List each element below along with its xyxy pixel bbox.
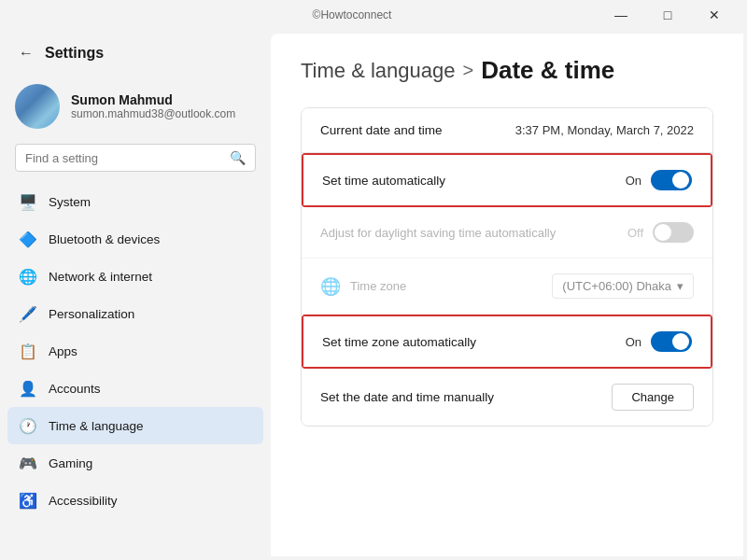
breadcrumb-parent: Time & language bbox=[301, 59, 456, 83]
timezone-label: Time zone bbox=[350, 279, 406, 293]
settings-section: Current date and time 3:37 PM, Monday, M… bbox=[301, 107, 713, 427]
sidebar-item-label: Apps bbox=[49, 344, 78, 358]
user-name: Sumon Mahmud bbox=[71, 92, 235, 107]
sidebar-item-label: Bluetooth & devices bbox=[49, 232, 160, 246]
set-time-auto-toggle[interactable] bbox=[651, 170, 692, 190]
sidebar-item-label: System bbox=[49, 195, 91, 209]
toggle-knob bbox=[672, 333, 689, 350]
sidebar-item-label: Gaming bbox=[49, 456, 92, 470]
globe-icon: 🌐 bbox=[320, 276, 341, 297]
set-timezone-auto-toggle[interactable] bbox=[651, 331, 692, 352]
toggle-slider bbox=[653, 222, 694, 243]
set-timezone-auto-right: On bbox=[626, 331, 692, 352]
set-time-auto-status: On bbox=[626, 174, 641, 188]
manual-datetime-row: Set the date and time manually Change bbox=[302, 369, 712, 426]
sidebar-item-accessibility[interactable]: ♿ Accessibility bbox=[7, 482, 263, 519]
user-email: sumon.mahmud38@outlook.com bbox=[71, 107, 235, 120]
current-datetime-label: Current date and time bbox=[320, 123, 443, 137]
search-input[interactable] bbox=[25, 151, 222, 165]
timezone-row: 🌐 Time zone (UTC+06:00) Dhaka ▾ bbox=[302, 259, 712, 315]
minimize-button[interactable]: — bbox=[599, 0, 642, 30]
sidebar-header: ← Settings bbox=[0, 30, 271, 73]
bluetooth-icon: 🔷 bbox=[19, 230, 37, 248]
search-icon: 🔍 bbox=[230, 150, 246, 165]
search-box[interactable]: 🔍 bbox=[15, 144, 256, 172]
sidebar-item-label: Time & language bbox=[49, 419, 144, 433]
daylight-saving-status: Off bbox=[627, 226, 643, 240]
sidebar-title: Settings bbox=[45, 45, 104, 62]
daylight-saving-toggle bbox=[653, 222, 694, 243]
title-bar: ©Howtoconnect — □ ✕ bbox=[0, 0, 747, 30]
toggle-slider bbox=[651, 331, 692, 352]
breadcrumb: Time & language > Date & time bbox=[301, 56, 713, 85]
avatar bbox=[15, 84, 60, 129]
chevron-down-icon: ▾ bbox=[677, 279, 684, 293]
toggle-knob bbox=[655, 224, 671, 241]
sidebar-item-personalization[interactable]: 🖊️ Personalization bbox=[7, 295, 263, 332]
app-container: ← Settings Sumon Mahmud sumon.mahmud38@o… bbox=[0, 30, 747, 560]
current-datetime-value: 3:37 PM, Monday, March 7, 2022 bbox=[515, 123, 694, 137]
sidebar-item-label: Accessibility bbox=[49, 494, 118, 508]
breadcrumb-current: Date & time bbox=[481, 56, 614, 85]
sidebar-item-label: Personalization bbox=[49, 307, 134, 321]
timezone-row-left: 🌐 Time zone bbox=[320, 276, 406, 297]
manual-datetime-label: Set the date and time manually bbox=[320, 390, 494, 404]
gaming-icon: 🎮 bbox=[19, 454, 37, 472]
nav-list: 🖥️ System 🔷 Bluetooth & devices 🌐 Networ… bbox=[0, 183, 271, 560]
toggle-knob bbox=[672, 172, 689, 189]
sidebar-item-apps[interactable]: 📋 Apps bbox=[7, 332, 263, 370]
sidebar-item-label: Accounts bbox=[49, 382, 101, 396]
maximize-button[interactable]: □ bbox=[646, 0, 689, 30]
sidebar: ← Settings Sumon Mahmud sumon.mahmud38@o… bbox=[0, 30, 271, 560]
set-timezone-auto-status: On bbox=[626, 335, 641, 349]
set-time-auto-right: On bbox=[626, 170, 692, 190]
set-timezone-auto-label: Set time zone automatically bbox=[322, 335, 476, 349]
set-time-auto-row: Set time automatically On bbox=[303, 155, 711, 205]
close-button[interactable]: ✕ bbox=[693, 0, 736, 30]
main-content: Time & language > Date & time Current da… bbox=[271, 34, 743, 556]
current-datetime-row: Current date and time 3:37 PM, Monday, M… bbox=[302, 108, 712, 153]
network-icon: 🌐 bbox=[19, 267, 37, 286]
window-controls: — □ ✕ bbox=[599, 0, 736, 30]
daylight-saving-label: Adjust for daylight saving time automati… bbox=[320, 226, 556, 240]
sidebar-item-accounts[interactable]: 👤 Accounts bbox=[7, 370, 263, 407]
toggle-slider bbox=[651, 170, 692, 190]
avatar-image bbox=[15, 84, 60, 129]
sidebar-item-label: Network & internet bbox=[49, 270, 152, 284]
time-icon: 🕐 bbox=[19, 416, 37, 435]
user-info: Sumon Mahmud sumon.mahmud38@outlook.com bbox=[71, 92, 235, 120]
user-profile[interactable]: Sumon Mahmud sumon.mahmud38@outlook.com bbox=[0, 73, 271, 144]
back-button[interactable]: ← bbox=[15, 41, 37, 65]
daylight-saving-row: Adjust for daylight saving time automati… bbox=[302, 207, 712, 259]
daylight-saving-right: Off bbox=[627, 222, 694, 243]
timezone-value: (UTC+06:00) Dhaka bbox=[562, 279, 671, 293]
set-time-auto-highlight: Set time automatically On bbox=[302, 153, 712, 207]
personalization-icon: 🖊️ bbox=[19, 304, 37, 323]
sidebar-item-network[interactable]: 🌐 Network & internet bbox=[7, 258, 263, 295]
system-icon: 🖥️ bbox=[19, 192, 37, 211]
breadcrumb-arrow: > bbox=[463, 60, 474, 81]
sidebar-item-time[interactable]: 🕐 Time & language bbox=[7, 407, 263, 444]
watermark: ©Howtoconnect bbox=[313, 8, 392, 21]
accounts-icon: 👤 bbox=[19, 379, 37, 398]
set-timezone-auto-row: Set time zone automatically On bbox=[303, 316, 711, 367]
set-time-auto-label: Set time automatically bbox=[322, 174, 445, 188]
sidebar-item-bluetooth[interactable]: 🔷 Bluetooth & devices bbox=[7, 220, 263, 258]
timezone-dropdown: (UTC+06:00) Dhaka ▾ bbox=[552, 273, 694, 299]
apps-icon: 📋 bbox=[19, 342, 37, 360]
change-button[interactable]: Change bbox=[612, 384, 694, 411]
accessibility-icon: ♿ bbox=[19, 491, 37, 510]
sidebar-item-system[interactable]: 🖥️ System bbox=[7, 183, 263, 220]
set-timezone-auto-highlight: Set time zone automatically On bbox=[302, 315, 712, 369]
sidebar-item-gaming[interactable]: 🎮 Gaming bbox=[7, 444, 263, 482]
